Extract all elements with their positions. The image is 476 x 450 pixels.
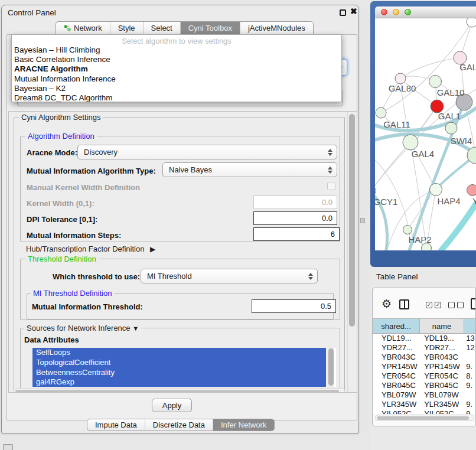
algorithm-option[interactable]: Bayesian – K2 <box>12 84 341 93</box>
network-icon <box>64 25 71 32</box>
network-node[interactable] <box>395 73 406 84</box>
table-row[interactable]: YIL052CYIL052C9 <box>373 409 475 414</box>
table-row[interactable]: YBR045CYBR045C9. <box>373 380 475 390</box>
table-row[interactable]: YPR145WYPR145W9. <box>373 362 475 371</box>
data-attribute-item[interactable]: BetweennessCentrality <box>32 368 326 378</box>
float-window-icon[interactable] <box>340 9 346 16</box>
network-node[interactable] <box>430 184 442 196</box>
table-cell: YBR045C <box>419 381 463 390</box>
network-node[interactable] <box>467 18 476 27</box>
column-header-shared-name[interactable]: shared... <box>373 319 420 333</box>
algorithm-option[interactable]: Mutual Information Inference <box>12 74 341 84</box>
network-node-label: GAL1 <box>438 111 461 121</box>
table-body: YDL19...YDL19...13YDR27...YDR27...12YBR0… <box>373 334 475 414</box>
close-traffic-icon[interactable] <box>381 9 387 15</box>
tab-select[interactable]: Select <box>143 22 180 34</box>
kernel-width-field[interactable]: 0.0 <box>253 195 337 209</box>
hub-definition-toggle[interactable]: Hub/Transcription Factor Definition ▶ <box>26 244 155 253</box>
network-node[interactable] <box>445 122 457 134</box>
minimize-traffic-icon[interactable] <box>393 9 399 15</box>
mi-threshold-field[interactable]: 0.5 <box>252 299 336 313</box>
table-cell: YLR345W <box>419 400 463 409</box>
column-header-partial[interactable] <box>464 319 475 333</box>
algorithm-option[interactable]: ARACNE Algorithm <box>12 64 341 74</box>
mi-type-combo[interactable]: Naive Bayes <box>162 162 337 177</box>
network-node[interactable] <box>403 226 412 234</box>
select-all-checkbox-icon2[interactable]: ✓ <box>435 302 441 308</box>
control-panel-tabbar: Network Style Select Cyni Toolbox jActiv… <box>56 21 314 35</box>
tab-cyni-toolbox[interactable]: Cyni Toolbox <box>180 22 240 34</box>
network-node[interactable] <box>376 107 386 118</box>
zoom-traffic-icon[interactable] <box>405 9 411 15</box>
dpi-tolerance-label: DPI Tolerance [0,1]: <box>27 215 97 224</box>
attribute-list-scrollbar[interactable] <box>327 348 334 387</box>
dpi-tolerance-field[interactable]: 0.0 <box>253 211 337 225</box>
column-header-name-label: name <box>432 322 452 331</box>
algorithm-option[interactable]: Dream8 DC_TDC Algorithm <box>12 93 341 103</box>
algorithm-definition-title: Algorithm Definition <box>25 132 97 141</box>
tab-network[interactable]: Network <box>56 22 110 34</box>
mi-steps-field[interactable]: 6 <box>253 227 340 241</box>
tab-discretize-data[interactable]: Discretize Data <box>145 419 213 431</box>
table-hscrollbar[interactable] <box>375 415 474 421</box>
apply-button-label: Apply <box>162 401 182 410</box>
tab-infer-network[interactable]: Infer Network <box>213 419 274 431</box>
table-panel-card: ⚙ ✓ ✓ shared... name YDL19...YDL19...13Y… <box>372 288 476 426</box>
column-header-name[interactable]: name <box>420 319 464 333</box>
tab-impute-data[interactable]: Impute Data <box>87 419 145 431</box>
table-cell: YLR345W <box>373 400 419 409</box>
minimized-panel-icon[interactable] <box>3 444 13 450</box>
deselect-all-checkbox-icon[interactable] <box>448 302 455 308</box>
table-row[interactable]: YBL079WYBL079W <box>373 390 475 399</box>
tab-select-label: Select <box>151 24 172 32</box>
algorithm-option[interactable]: Bayesian – Hill Climbing <box>12 45 341 55</box>
table-row[interactable]: YER054CYER054C8. <box>373 371 475 381</box>
kernel-width-value: 0.0 <box>322 198 332 207</box>
aracne-mode-combo[interactable]: Discovery <box>77 145 337 159</box>
table-cell: YPR145W <box>373 362 419 371</box>
which-threshold-combo[interactable]: MI Threshold <box>141 269 318 283</box>
table-cell: 9 <box>463 409 475 414</box>
network-window-titlebar[interactable] <box>375 6 476 18</box>
table-row[interactable]: YDL19...YDL19...13 <box>373 334 475 343</box>
manual-kernel-label: Manual Kernel Width Definition <box>27 183 140 192</box>
table-cell: YIL052C <box>373 409 419 414</box>
close-icon[interactable]: ✖ <box>350 6 357 16</box>
network-node[interactable] <box>429 76 442 88</box>
tab-jactivemnodules[interactable]: jActiveMNodules <box>240 22 313 34</box>
settings-hscrollbar[interactable] <box>14 388 345 393</box>
apply-button[interactable]: Apply <box>152 399 192 412</box>
data-attribute-item[interactable]: gal4RGexp <box>32 377 326 387</box>
data-attribute-item[interactable]: TopologicalCoefficient <box>32 358 326 368</box>
table-cell: YDR27... <box>419 343 463 352</box>
mi-type-value: Naive Bayes <box>169 165 212 174</box>
manual-kernel-checkbox[interactable] <box>327 182 335 190</box>
network-node[interactable] <box>467 185 476 196</box>
splitpane-handle[interactable] <box>360 218 365 223</box>
tab-style[interactable]: Style <box>110 22 143 34</box>
deselect-all-checkbox-icon2[interactable] <box>457 302 464 308</box>
table-cell: 9. <box>463 362 475 371</box>
algorithm-option[interactable]: Basic Correlation Inference <box>12 55 341 64</box>
data-attribute-item[interactable]: SelfLoops <box>32 348 326 358</box>
network-node[interactable] <box>375 186 376 196</box>
table-row[interactable]: YLR345WYLR345W9. <box>373 399 475 409</box>
mi-steps-value: 6 <box>331 230 335 239</box>
sources-group-title[interactable]: Sources for Network Inference ▼ <box>24 324 141 332</box>
table-row[interactable]: YBR043CYBR043C <box>373 353 475 362</box>
gear-icon[interactable]: ⚙ <box>382 297 392 311</box>
mi-threshold-label: Mutual Information Threshold: <box>32 302 143 311</box>
table-cell: YBL079W <box>419 390 463 399</box>
network-node-label: GAL11 <box>383 119 410 129</box>
split-columns-icon[interactable] <box>399 299 409 309</box>
which-threshold-label: Which threshold to use: <box>53 272 140 281</box>
network-node[interactable] <box>403 135 418 150</box>
mi-type-label: Mutual Information Algorithm Type: <box>27 167 156 175</box>
document-icon[interactable] <box>471 298 476 309</box>
network-canvas[interactable]: GALGAL80GAL10GAL1GAL11SWI4GAL4GCY1HAP4YH… <box>375 18 476 250</box>
mi-steps-label: Mutual Information Steps: <box>27 231 121 240</box>
select-all-checkbox-icon[interactable]: ✓ <box>426 302 432 308</box>
settings-vscrollbar[interactable] <box>347 112 356 393</box>
table-cell: YDL19... <box>373 334 419 343</box>
table-row[interactable]: YDR27...YDR27...12 <box>373 343 475 353</box>
